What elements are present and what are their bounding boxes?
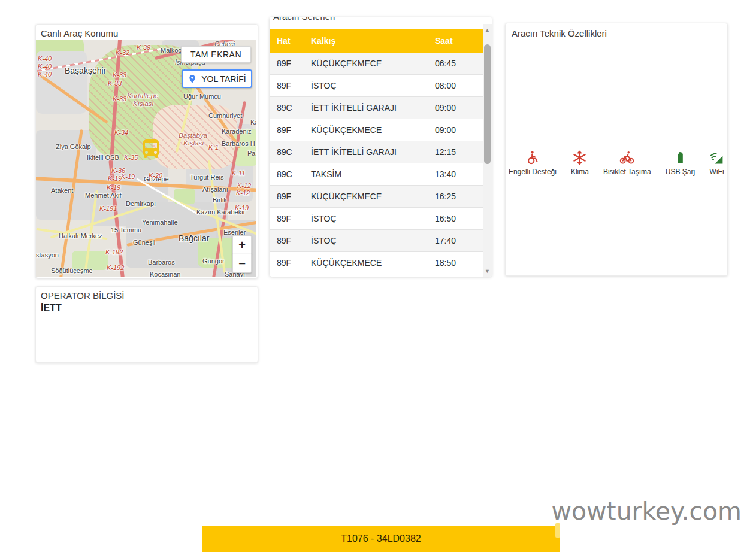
map-label: Paşa [247, 150, 256, 157]
column-header-kalkis: Kalkış [311, 29, 435, 53]
map-canvas[interactable]: CebeciMalkoçİsmetpaşaBaşakşehirUğur Mumc… [36, 40, 256, 277]
bicycle-icon [619, 150, 635, 165]
map-label: Turgut Reis [190, 174, 223, 181]
cell-kalkis: İSTOÇ [311, 208, 435, 230]
directions-button-label: YOL TARİFİ [201, 74, 246, 84]
features-row: Engelli Desteği Klima [506, 150, 727, 176]
cell-saat: 09:00 [435, 119, 483, 141]
map-label: Barbaros H [222, 140, 255, 147]
map-label: Birlik [213, 196, 227, 204]
vehicle-id-bar: T1076 - 34LD0382 [202, 526, 560, 552]
cell-hat: 89F [270, 252, 311, 274]
trips-card: Aracın Seferleri Hat Kalkış Saat 89FKÜÇÜ… [270, 17, 492, 277]
feature-label: Engelli Desteği [509, 168, 557, 176]
map-label: Uğur Mumcu [183, 93, 221, 100]
cell-saat: 18:50 [435, 252, 483, 274]
map-zoom-out-button[interactable]: − [232, 254, 252, 273]
map-label: K-39 [137, 44, 150, 51]
features-card-title: Aracın Teknik Özellikleri [506, 23, 727, 38]
cell-kalkis: KÜÇÜKÇEKMECE [311, 119, 435, 141]
feature-wheelchair: Engelli Desteği [509, 150, 557, 176]
location-pin-icon [188, 74, 197, 84]
cell-saat: 06:45 [435, 53, 483, 75]
cell-saat: 13:40 [435, 163, 483, 186]
cell-kalkis: KÜÇÜKÇEKMECE [311, 186, 435, 208]
operator-card: OPERATOR BİLGİSİ İETT [35, 286, 258, 363]
wifi-icon [709, 150, 724, 165]
cell-kalkis: İETT İKİTELLİ GARAJI [311, 97, 435, 119]
map-label: İkitelli OSB [87, 154, 119, 161]
table-row: 89FKÜÇÜKÇEKMECE16:25 [270, 186, 483, 208]
cell-saat: 17:40 [435, 230, 483, 252]
table-row: 89CTAKSİM13:40 [270, 163, 483, 186]
map-label: Yenimahalle [142, 219, 178, 226]
map-label: Güneşli [133, 239, 155, 246]
table-row: 89FİSTOÇ16:50 [270, 208, 483, 230]
cell-kalkis: İETT İKİTELLİ GARAJI [311, 141, 435, 163]
map-label: K-19 [107, 184, 120, 191]
map-label: K-35 [124, 154, 138, 161]
scrollbar[interactable]: ▲ ▼ [483, 24, 492, 277]
live-location-card: Canlı Araç Konumu [35, 24, 258, 278]
map-label: Atışalanı [202, 186, 228, 193]
cell-saat: 16:50 [435, 208, 483, 230]
bus-marker-icon[interactable] [139, 137, 163, 161]
map-label: Ziya Gökalp [56, 143, 91, 150]
map-label: K-33 [108, 80, 122, 87]
map-label: K-34 [114, 129, 128, 136]
map-label: Kışlası [183, 139, 204, 147]
scrollbar-up-arrow-icon[interactable]: ▲ [483, 25, 492, 34]
vehicle-id-label: T1076 - 34LD0382 [341, 533, 421, 544]
cell-saat: 12:15 [435, 141, 483, 163]
map-zoom-in-button[interactable]: + [232, 235, 252, 254]
cell-hat: 89F [270, 186, 311, 208]
feature-climate: Klima [571, 150, 589, 176]
map-label: Söğütlüçeşme [51, 267, 93, 274]
map-label: Barbaros [148, 259, 175, 266]
scrollbar-thumb[interactable] [484, 44, 491, 164]
cell-hat: 89C [270, 141, 311, 163]
map-label: K-12 [236, 189, 250, 196]
minus-icon: − [238, 257, 246, 271]
map-label: K-40 [38, 55, 52, 62]
column-header-saat: Saat [435, 29, 483, 53]
cell-saat: 08:00 [435, 75, 483, 97]
technical-features-card: Aracın Teknik Özellikleri Engelli Desteğ… [505, 23, 728, 276]
map-label: K-32 [116, 49, 129, 56]
scrollbar-down-arrow-icon[interactable]: ▼ [483, 266, 492, 275]
map-label: K-20 [149, 172, 162, 179]
cell-hat: 89F [270, 230, 311, 252]
cell-hat: 89F [270, 208, 311, 230]
snowflake-icon [572, 150, 587, 165]
map-label: Ka [250, 119, 256, 126]
cell-hat: 89F [270, 75, 311, 97]
map-label: 15 Temmu [111, 226, 141, 233]
map-label: Demirkapı [126, 200, 156, 207]
table-row: 89FKÜÇÜKÇEKMECE06:45 [270, 53, 483, 75]
wheelchair-icon [525, 150, 540, 165]
directions-button[interactable]: YOL TARİFİ [182, 69, 252, 88]
feature-label: Bisiklet Taşıma [603, 168, 651, 176]
table-row: 89FKÜÇÜKÇEKMECE18:50 [270, 252, 483, 274]
map-label: Baştabya [179, 132, 207, 139]
trips-card-title: Aracın Seferleri [273, 17, 492, 23]
table-row: 89FKÜÇÜKÇEKMECE09:00 [270, 119, 483, 141]
map-label: K-40 [38, 63, 52, 70]
table-row: 89FİSTOÇ08:00 [270, 75, 483, 97]
table-row: 89FİSTOÇ17:40 [270, 230, 483, 252]
page: Canlı Araç Konumu [0, 0, 756, 552]
map-label: Halkalı Merkez [59, 232, 102, 239]
map-label: Atakent [51, 187, 73, 194]
map-label: stasyon [36, 251, 59, 259]
map-label: K-19 [235, 204, 249, 211]
battery-icon [673, 150, 687, 165]
fullscreen-button-label: TAM EKRAN [190, 50, 241, 59]
fullscreen-button[interactable]: TAM EKRAN [181, 46, 251, 63]
map-label: K-19 [121, 173, 135, 180]
feature-label: USB Şarj [666, 168, 695, 176]
cell-hat: 89F [270, 53, 311, 75]
map-label: Karadeniz [222, 128, 252, 135]
feature-label: WiFi [710, 168, 724, 176]
table-row: 89CİETT İKİTELLİ GARAJI09:00 [270, 97, 483, 119]
feature-bicycle: Bisiklet Taşıma [603, 150, 651, 176]
